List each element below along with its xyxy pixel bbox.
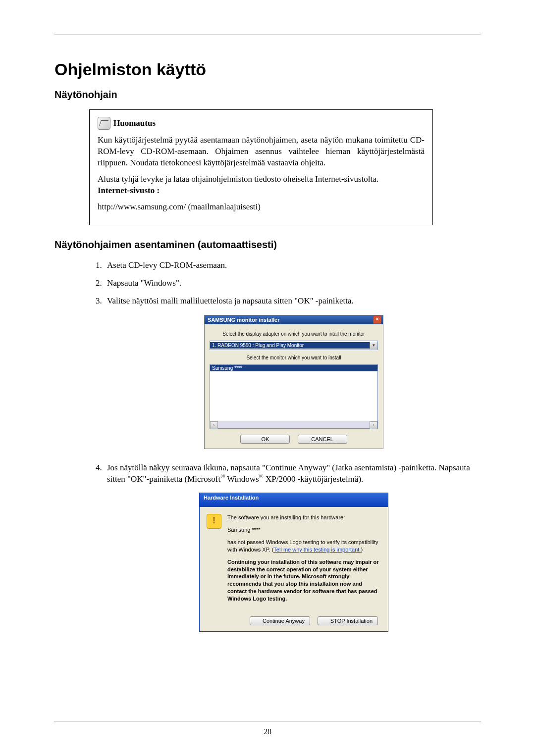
step-3: Valitse näyttösi malli malliluettelosta … <box>104 296 481 449</box>
continue-anyway-button[interactable]: Continue Anyway <box>250 616 310 625</box>
bottom-rule <box>54 721 481 721</box>
step-4: Jos näytöllä näkyy seuraava ikkuna, naps… <box>104 463 481 632</box>
ok-button[interactable]: OK <box>240 435 290 444</box>
hw-line-1: The software you are installing for this… <box>227 514 381 521</box>
note-box: Huomautus Kun käyttöjärjestelmä pyytää a… <box>89 109 433 225</box>
horizontal-scrollbar[interactable]: ‹ › <box>210 421 377 428</box>
section-install-auto: Näytönohjaimen asentaminen (automaattise… <box>54 239 481 251</box>
warning-icon <box>207 514 221 529</box>
scroll-left-icon[interactable]: ‹ <box>210 421 218 429</box>
scroll-right-icon[interactable]: › <box>370 421 377 429</box>
stop-installation-button[interactable]: STOP Installation <box>318 616 378 625</box>
installer-instruction-2: Select the monitor which you want to ins… <box>210 355 378 360</box>
monitor-listbox[interactable]: Samsung **** ‹ › <box>210 364 378 429</box>
cancel-button[interactable]: CANCEL <box>298 435 347 444</box>
step-2: Napsauta "Windows". <box>104 278 481 288</box>
page-number: 28 <box>0 727 535 736</box>
note-paragraph-2: Alusta tyhjä levyke ja lataa ohjainohjel… <box>98 174 378 184</box>
top-rule <box>54 35 481 35</box>
adapter-selected: 1. RADEON 9550 : Plug and Play Monitor <box>210 342 370 349</box>
note-url: http://www.samsung.com/ (maailmanlaajuis… <box>98 202 425 213</box>
section-driver: Näytönohjain <box>54 89 481 101</box>
monitor-selected: Samsung **** <box>210 365 377 371</box>
note-paragraph-1: Kun käyttöjärjestelmä pyytää asentamaan … <box>98 135 425 169</box>
installer-instruction-1: Select the display adapter on which you … <box>210 331 378 337</box>
hw-line-2: Samsung **** <box>227 526 381 534</box>
page-title: Ohjelmiston käyttö <box>54 60 481 79</box>
step-1: Aseta CD-levy CD-ROM-asemaan. <box>104 260 481 270</box>
hw-link[interactable]: Tell me why this testing is important. <box>273 547 361 553</box>
hardware-installation-dialog: Hardware Installation The software you a… <box>199 493 388 631</box>
chevron-down-icon[interactable]: ▼ <box>370 342 377 349</box>
installer-title: SAMSUNG monitor installer <box>208 317 279 323</box>
hw-line-3: has not passed Windows Logo testing to v… <box>227 539 381 554</box>
internet-site-label: Internet-sivusto : <box>98 186 160 195</box>
note-label: Huomautus <box>113 118 156 129</box>
close-icon[interactable]: × <box>373 316 381 324</box>
adapter-combo[interactable]: 1. RADEON 9550 : Plug and Play Monitor ▼ <box>210 341 378 350</box>
note-icon <box>98 117 110 130</box>
hw-line-4: Continuing your installation of this sof… <box>227 558 381 603</box>
installer-dialog: SAMSUNG monitor installer × Select the d… <box>204 315 383 449</box>
install-steps: Aseta CD-levy CD-ROM-asemaan. Napsauta "… <box>54 260 481 632</box>
hw-title: Hardware Installation <box>200 493 388 507</box>
